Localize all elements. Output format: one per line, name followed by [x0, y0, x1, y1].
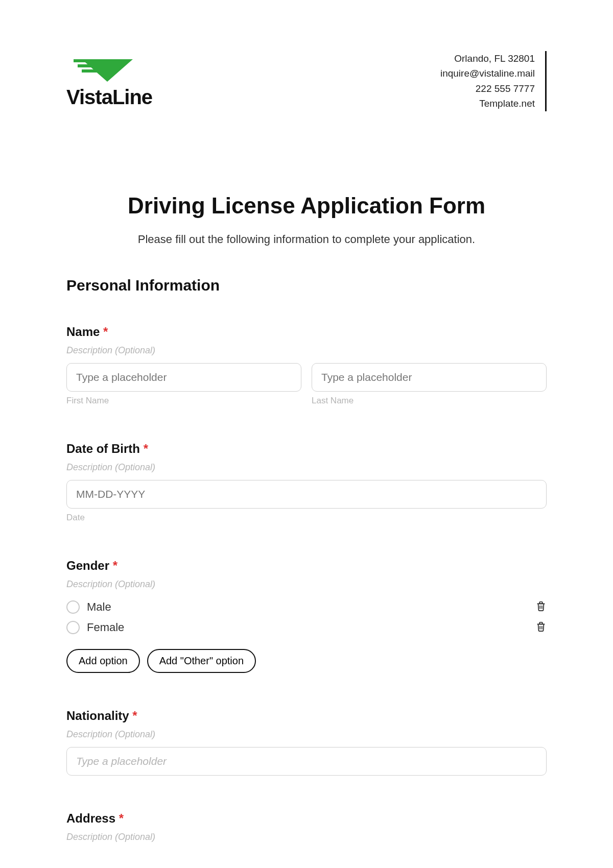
svg-rect-2 — [78, 64, 99, 67]
add-option-button[interactable]: Add option — [66, 649, 140, 673]
page-header: VistaLine Orlando, FL 32801 inquire@vist… — [66, 51, 547, 111]
nationality-input[interactable] — [66, 747, 547, 776]
section-personal-info: Personal Information — [66, 277, 547, 294]
field-gender-description[interactable]: Description (Optional) — [66, 579, 547, 590]
gender-option-female[interactable]: Female — [87, 621, 124, 634]
required-mark: * — [103, 325, 108, 339]
contact-address: Orlando, FL 32801 — [440, 51, 535, 66]
field-address-description[interactable]: Description (Optional) — [66, 832, 547, 842]
radio-icon[interactable] — [66, 600, 80, 614]
contact-phone: 222 555 7777 — [440, 81, 535, 96]
brand-name: VistaLine — [66, 86, 152, 109]
logo-block: VistaLine — [66, 51, 152, 109]
field-gender-label-text: Gender — [66, 559, 109, 572]
contact-block: Orlando, FL 32801 inquire@vistaline.mail… — [440, 51, 547, 111]
field-nationality-label-text: Nationality — [66, 709, 129, 722]
first-name-input[interactable] — [66, 363, 301, 392]
page-title: Driving License Application Form — [66, 193, 547, 219]
field-name-description[interactable]: Description (Optional) — [66, 345, 547, 356]
field-name-label: Name * — [66, 325, 547, 339]
last-name-input[interactable] — [312, 363, 547, 392]
required-mark: * — [132, 709, 137, 722]
trash-icon[interactable] — [535, 620, 547, 635]
gender-option-male[interactable]: Male — [87, 600, 111, 614]
first-name-sublabel: First Name — [66, 396, 301, 406]
required-mark: * — [113, 559, 117, 572]
gender-option-female-row: Female — [66, 617, 547, 638]
field-nationality: Nationality * Description (Optional) — [66, 709, 547, 776]
field-gender: Gender * Description (Optional) Male Fem… — [66, 559, 547, 673]
dob-sublabel: Date — [66, 513, 547, 523]
field-dob-description[interactable]: Description (Optional) — [66, 462, 547, 473]
gender-option-male-row: Male — [66, 597, 547, 617]
required-mark: * — [119, 811, 124, 825]
add-other-option-button[interactable]: Add "Other" option — [147, 649, 256, 673]
svg-rect-1 — [74, 59, 99, 62]
field-name: Name * Description (Optional) First Name… — [66, 325, 547, 406]
field-address: Address * Description (Optional) — [66, 811, 547, 842]
svg-rect-3 — [82, 69, 99, 73]
required-mark: * — [144, 442, 148, 455]
field-address-label: Address * — [66, 811, 547, 826]
radio-icon[interactable] — [66, 621, 80, 634]
field-dob-label: Date of Birth * — [66, 442, 547, 456]
logo-icon — [66, 51, 148, 82]
trash-icon[interactable] — [535, 600, 547, 614]
field-dob-label-text: Date of Birth — [66, 442, 140, 455]
field-dob: Date of Birth * Description (Optional) D… — [66, 442, 547, 523]
dob-input[interactable] — [66, 480, 547, 509]
field-nationality-description[interactable]: Description (Optional) — [66, 729, 547, 740]
contact-source: Template.net — [440, 96, 535, 111]
last-name-sublabel: Last Name — [312, 396, 547, 406]
field-address-label-text: Address — [66, 811, 115, 825]
field-gender-label: Gender * — [66, 559, 547, 573]
field-name-label-text: Name — [66, 325, 100, 339]
contact-email: inquire@vistaline.mail — [440, 66, 535, 81]
page-subtitle: Please fill out the following informatio… — [66, 233, 547, 246]
field-nationality-label: Nationality * — [66, 709, 547, 723]
